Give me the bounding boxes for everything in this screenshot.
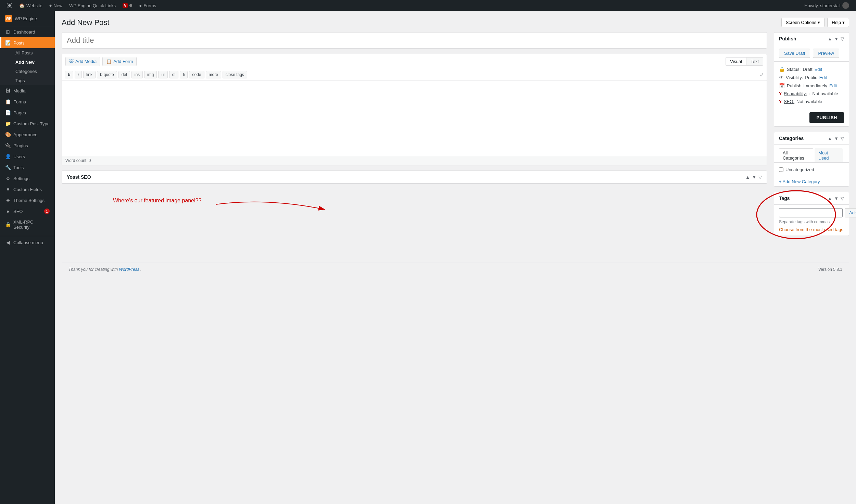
visual-tab[interactable]: Visual	[726, 57, 746, 66]
status-edit-link[interactable]: Edit	[815, 67, 822, 72]
save-draft-button[interactable]: Save Draft	[779, 49, 810, 58]
format-img[interactable]: img	[144, 71, 157, 78]
add-media-button[interactable]: 🖼 Add Media	[65, 57, 100, 66]
sidebar-item-seo[interactable]: ● SEO 1	[0, 206, 55, 217]
sidebar-item-plugins[interactable]: 🔌 Plugins	[0, 140, 55, 151]
format-ins[interactable]: ins	[131, 71, 143, 78]
categories-list: Uncategorized	[774, 163, 849, 177]
categories-panel-title: Categories	[779, 136, 804, 141]
sidebar-item-tools[interactable]: 🔧 Tools	[0, 162, 55, 173]
pages-icon: 📄	[5, 110, 11, 115]
format-ol[interactable]: ol	[169, 71, 178, 78]
screen-options-chevron-icon: ▾	[818, 20, 820, 25]
sidebar-brand[interactable]: WP WP Engine	[0, 11, 55, 26]
yoast-down-icon[interactable]: ▼	[752, 175, 756, 180]
sidebar-item-tags[interactable]: Tags	[10, 76, 55, 85]
add-form-button[interactable]: 📋 Add Form	[102, 57, 137, 66]
publish-time-row: 📅 Publish immediately Edit	[779, 81, 844, 90]
help-button[interactable]: Help ▾	[827, 18, 849, 27]
sidebar-item-posts[interactable]: 📝 Posts	[0, 37, 55, 48]
sidebar-item-custom-post-type[interactable]: 📁 Custom Post Type	[0, 118, 55, 129]
format-link[interactable]: link	[83, 71, 96, 78]
categories-toggle-icon[interactable]: ▽	[841, 136, 844, 141]
screen-options-button[interactable]: Screen Options ▾	[781, 18, 825, 27]
add-form-icon: 📋	[106, 59, 112, 64]
categories-label: Categories	[15, 69, 37, 74]
screen-options-bar: Screen Options ▾ Help ▾	[781, 18, 849, 27]
categories-panel-controls: ▲ ▼ ▽	[828, 136, 844, 141]
sidebar-appearance-label: Appearance	[13, 132, 37, 137]
format-bold[interactable]: b	[65, 71, 73, 78]
sidebar-item-collapse[interactable]: ◀ Collapse menu	[0, 236, 55, 248]
sidebar-item-pages[interactable]: 📄 Pages	[0, 107, 55, 118]
sidebar-item-all-posts[interactable]: All Posts	[10, 48, 55, 58]
readability-label[interactable]: Readability:	[784, 91, 807, 96]
publish-btn-wrap: PUBLISH	[774, 109, 849, 126]
adminbar-forms[interactable]: ● Forms	[136, 0, 160, 11]
format-ul[interactable]: ul	[158, 71, 167, 78]
format-italic[interactable]: i	[75, 71, 82, 78]
add-tag-button[interactable]: Add	[845, 208, 856, 217]
preview-button[interactable]: Preview	[813, 49, 839, 58]
format-li[interactable]: li	[180, 71, 188, 78]
add-new-category-link[interactable]: + Add New Category	[774, 177, 849, 186]
visibility-edit-link[interactable]: Edit	[819, 75, 827, 80]
editor-layout: 🖼 Add Media 📋 Add Form Visual	[62, 32, 849, 256]
yoast-up-icon[interactable]: ▲	[745, 175, 750, 180]
publish-button[interactable]: PUBLISH	[809, 112, 844, 123]
wordpress-link[interactable]: WordPress	[119, 267, 140, 272]
post-title-input[interactable]	[62, 32, 767, 49]
sidebar-item-forms[interactable]: 📋 Forms	[0, 96, 55, 107]
categories-down-icon[interactable]: ▼	[834, 136, 839, 141]
yoast-seo-title: Yoast SEO	[67, 174, 91, 180]
publish-meta: 🔒 Status: Draft Edit 👁 Visibility: Publi…	[774, 62, 849, 109]
dashboard-icon: ⊞	[5, 29, 11, 35]
yoast-seo-header[interactable]: Yoast SEO ▲ ▼ ▽	[62, 171, 767, 184]
adminbar-yoast[interactable]: V	[119, 0, 136, 11]
format-code[interactable]: code	[189, 71, 204, 78]
category-uncategorized-label[interactable]: Uncategorized	[785, 167, 814, 172]
featured-image-circle	[753, 187, 839, 242]
publish-toggle-icon[interactable]: ▽	[841, 36, 844, 41]
tags-toggle-icon[interactable]: ▽	[841, 196, 844, 201]
format-bquote[interactable]: b-quote	[97, 71, 117, 78]
sidebar-item-media[interactable]: 🖼 Media	[0, 85, 55, 96]
sidebar-item-categories[interactable]: Categories	[10, 67, 55, 76]
publish-up-icon[interactable]: ▲	[828, 36, 832, 41]
sidebar-settings-label: Settings	[13, 176, 29, 181]
sidebar-item-users[interactable]: 👤 Users	[0, 151, 55, 162]
sidebar-media-label: Media	[13, 88, 25, 93]
all-categories-tab[interactable]: All Categories	[779, 148, 813, 162]
yoast-toggle-icon[interactable]: ▽	[758, 175, 762, 180]
appearance-icon: 🎨	[5, 132, 11, 137]
editor-content-area[interactable]	[62, 80, 767, 156]
sidebar-item-xml-rpc[interactable]: 🔒 XML-RPC Security	[0, 217, 55, 232]
svg-point-2	[757, 191, 835, 239]
adminbar-wp-logo[interactable]	[3, 0, 16, 11]
sidebar-item-settings[interactable]: ⚙ Settings	[0, 173, 55, 184]
format-close-tags[interactable]: close tags	[223, 71, 247, 78]
sidebar-item-add-new[interactable]: Add New	[10, 58, 55, 67]
category-uncategorized-checkbox[interactable]	[779, 167, 783, 172]
xml-rpc-icon: 🔒	[5, 222, 11, 227]
format-del[interactable]: del	[118, 71, 130, 78]
adminbar-site-name[interactable]: 🏠 Website	[16, 0, 46, 11]
categories-up-icon[interactable]: ▲	[828, 136, 832, 141]
text-tab[interactable]: Text	[746, 57, 763, 66]
seo-label[interactable]: SEO:	[784, 99, 794, 104]
sidebar-item-custom-fields[interactable]: ≡ Custom Fields	[0, 184, 55, 195]
adminbar-wp-engine[interactable]: WP Engine Quick Links	[66, 0, 119, 11]
adminbar-new[interactable]: + New	[46, 0, 66, 11]
sidebar-item-theme-settings[interactable]: ◈ Theme Settings	[0, 195, 55, 206]
publish-down-icon[interactable]: ▼	[834, 36, 839, 41]
sidebar-item-appearance[interactable]: 🎨 Appearance	[0, 129, 55, 140]
adminbar-howdy[interactable]: Howdy, starterstall	[801, 0, 853, 11]
footer-version: Version 5.8.1	[818, 267, 842, 272]
editor-toolbar: 🖼 Add Media 📋 Add Form Visual	[62, 54, 767, 69]
most-used-tab[interactable]: Most Used	[815, 148, 843, 162]
sidebar-item-dashboard[interactable]: ⊞ Dashboard	[0, 26, 55, 37]
format-expand-icon[interactable]: ⤢	[760, 72, 764, 77]
format-more[interactable]: more	[206, 71, 221, 78]
publish-time-edit-link[interactable]: Edit	[829, 83, 837, 88]
yoast-readability-icon: Y	[779, 91, 782, 96]
